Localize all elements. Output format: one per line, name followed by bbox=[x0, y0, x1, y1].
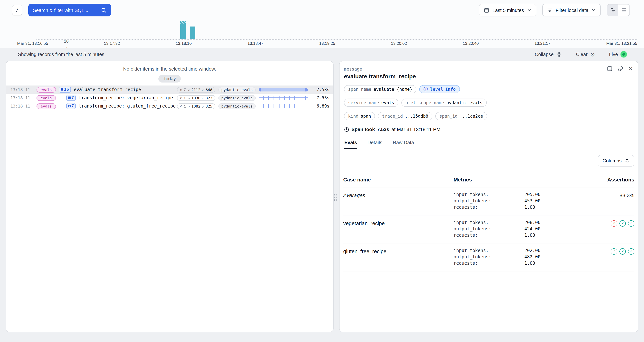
case-name: Averages bbox=[343, 192, 454, 198]
attr-key: service_name bbox=[348, 100, 379, 105]
evals-table-row[interactable]: Averages input_tokens:205.00output_token… bbox=[343, 188, 634, 215]
metric-name: input_tokens: bbox=[454, 248, 524, 253]
metric-name: output_tokens: bbox=[454, 254, 524, 259]
histogram-plot-area[interactable] bbox=[36, 21, 637, 40]
tree-view-button[interactable] bbox=[607, 5, 618, 16]
collapse-label: Collapse bbox=[535, 52, 554, 57]
search-input[interactable]: Search & filter with SQL... bbox=[28, 4, 111, 17]
trace-row[interactable]: 13:18:11 evals ⊡7 transform_recipe: glut… bbox=[6, 102, 333, 110]
metric-value: 205.00 bbox=[524, 192, 578, 197]
tokens-out-icon: ↙ bbox=[202, 96, 204, 100]
metric-name: output_tokens: bbox=[454, 198, 524, 204]
main-content: No older items in the selected time wind… bbox=[0, 61, 644, 332]
tokens-in: 1082 bbox=[191, 104, 200, 108]
column-header-assertions: Assertions bbox=[578, 177, 634, 183]
aggregate-pill: ⊘ Σ ↗2112 ↙648 bbox=[177, 87, 216, 92]
service-badge: evals bbox=[36, 95, 56, 101]
top-bar-left: / Search & filter with SQL... bbox=[12, 4, 111, 17]
lower-region: Showing records from the last 5 minutes … bbox=[0, 48, 644, 342]
filter-icon bbox=[547, 7, 553, 13]
metric-value: 1.00 bbox=[524, 261, 578, 266]
assertions-cell: ✓✓✓ bbox=[578, 248, 634, 255]
filter-label: Filter local data bbox=[556, 7, 588, 13]
live-indicator-icon bbox=[620, 51, 627, 58]
close-panel-button[interactable]: ✕ bbox=[628, 66, 633, 72]
attribute-pill[interactable]: otel_scope_namepydantic-evals bbox=[401, 99, 486, 107]
metric-name: output_tokens: bbox=[454, 226, 524, 232]
expand-toggle[interactable]: ⊟16 bbox=[59, 87, 71, 93]
clear-button[interactable]: Clear ⊗ bbox=[574, 51, 597, 58]
attribute-pill[interactable]: span_id...1ca2ce bbox=[435, 112, 487, 120]
evals-table-row[interactable]: vegetarian_recipe input_tokens:208.00out… bbox=[343, 215, 634, 243]
search-placeholder: Search & filter with SQL... bbox=[33, 7, 88, 13]
attr-key: kind bbox=[348, 113, 358, 119]
clear-icon: ⊗ bbox=[590, 52, 595, 57]
attribute-pill[interactable]: service_nameevals bbox=[344, 99, 398, 107]
list-view-button[interactable] bbox=[618, 5, 630, 16]
metric-name: requests: bbox=[454, 205, 524, 210]
assertion-pass-icon: ✓ bbox=[620, 220, 626, 227]
x-axis-tick-label: 13:21:17 bbox=[534, 41, 550, 46]
trace-row[interactable]: 13:18:11 evals ⊟16 evaluate transform_re… bbox=[6, 86, 333, 94]
timing-prefix: Span took bbox=[352, 127, 375, 132]
scroll-into-view-button[interactable] bbox=[607, 66, 613, 72]
attribute-pill[interactable]: kindspan bbox=[344, 112, 375, 120]
timeline-chart[interactable]: 10 5 0 Mar 31. 13:16:5513:17:3213:18:101… bbox=[0, 21, 644, 46]
histogram-bar[interactable] bbox=[180, 21, 186, 39]
info-icon: ⓘ bbox=[423, 87, 428, 91]
live-toggle[interactable]: Live bbox=[607, 51, 629, 58]
tree-view-icon bbox=[610, 7, 616, 13]
copy-link-button[interactable] bbox=[618, 66, 624, 72]
column-header-metrics: Metrics bbox=[454, 177, 578, 183]
assertion-pass-icon: ✓ bbox=[628, 248, 634, 255]
metric-name: requests: bbox=[454, 233, 524, 238]
metrics-cell: input_tokens:205.00output_tokens:453.00r… bbox=[454, 192, 578, 210]
x-axis-tick-label: 13:18:47 bbox=[248, 41, 264, 46]
chevron-down-icon bbox=[592, 8, 596, 12]
time-range-button[interactable]: Last 5 minutes bbox=[479, 4, 536, 17]
evals-table-header: Case name Metrics Assertions bbox=[343, 172, 634, 188]
case-name: vegetarian_recipe bbox=[343, 220, 454, 226]
leaf-node-icon: ⊡ bbox=[68, 95, 70, 100]
aggregate-pill: ⊘ Σ ↗1082 ↙325 bbox=[177, 103, 216, 109]
leaf-node-icon: ⊡ bbox=[68, 103, 70, 109]
x-axis-tick-label: Mar 31. 13:21:55 bbox=[606, 41, 637, 46]
filter-local-data-button[interactable]: Filter local data bbox=[542, 4, 601, 17]
tokens-in-icon: ↗ bbox=[188, 88, 190, 92]
aggregate-pill: ⊘ Σ ↗1030 ↙323 bbox=[177, 95, 216, 101]
x-axis-tick-label: 13:18:10 bbox=[176, 41, 192, 46]
tab-raw-data[interactable]: Raw Data bbox=[392, 137, 414, 149]
collapse-icon bbox=[556, 52, 562, 57]
evals-table-row[interactable]: gluten_free_recipe input_tokens:202.00ou… bbox=[343, 243, 634, 271]
timing-date: at Mar 31 13:18:11 PM bbox=[392, 127, 440, 132]
panel-resize-handle[interactable] bbox=[333, 193, 337, 201]
assertions-percentage: 83.3% bbox=[620, 192, 634, 198]
collapse-button[interactable]: Collapse bbox=[532, 51, 564, 58]
histogram-bar[interactable] bbox=[190, 26, 196, 39]
chevron-down-icon bbox=[527, 8, 532, 12]
attr-key: otel_scope_name bbox=[405, 100, 444, 105]
attribute-pill[interactable]: trace_id...15ddb8 bbox=[378, 112, 432, 120]
attr-value: evals bbox=[381, 100, 394, 105]
trace-row-time: 13:18:11 bbox=[10, 95, 33, 100]
columns-button[interactable]: Columns bbox=[598, 155, 634, 166]
search-icon bbox=[101, 7, 106, 13]
level-pill[interactable]: ⓘlevelInfo bbox=[419, 85, 460, 93]
tab-evals[interactable]: Evals bbox=[344, 137, 358, 149]
column-header-case-name: Case name bbox=[343, 177, 454, 183]
assertion-fail-icon: ✕ bbox=[611, 220, 617, 227]
top-bar-right: Last 5 minutes Filter local data bbox=[479, 4, 630, 17]
circle-slash-icon: ⊘ bbox=[180, 96, 182, 100]
tab-details[interactable]: Details bbox=[367, 137, 383, 149]
tokens-out-icon: ↙ bbox=[202, 104, 204, 108]
view-toggle bbox=[607, 4, 630, 16]
expand-toggle[interactable]: ⊡7 bbox=[66, 95, 76, 101]
assertion-pass-icon: ✓ bbox=[620, 248, 626, 255]
slash-shortcut-button[interactable]: / bbox=[12, 5, 22, 15]
tokens-out: 325 bbox=[206, 104, 212, 108]
span-name: transform_recipe: gluten_free_recipe bbox=[79, 103, 176, 109]
expand-toggle[interactable]: ⊡7 bbox=[66, 103, 76, 109]
trace-row[interactable]: 13:18:11 evals ⊡7 transform_recipe: vege… bbox=[6, 94, 333, 102]
attribute-pill[interactable]: span_nameevaluate {name} bbox=[344, 85, 416, 93]
columns-label: Columns bbox=[602, 158, 622, 163]
